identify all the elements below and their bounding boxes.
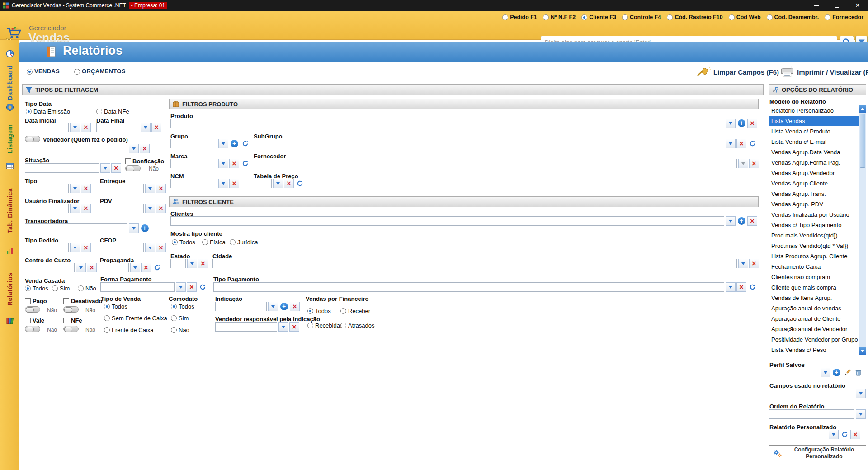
produto-add-button[interactable]: +	[736, 119, 746, 128]
vendedor-clear-button[interactable]: ×	[140, 144, 150, 153]
search-mode-0[interactable]: Pedido F1	[502, 14, 537, 20]
forma_pagamento-clear-button[interactable]: ×	[187, 282, 197, 292]
tipo_pagamento-input[interactable]	[213, 282, 724, 292]
situacao-input[interactable]	[25, 163, 99, 173]
tabela_preco-refresh-button[interactable]	[295, 179, 305, 188]
vale-checkbox[interactable]	[25, 318, 31, 323]
tipo-dropdown-button[interactable]	[70, 184, 80, 193]
sidebar-item-relatorios[interactable]: Relatórios	[0, 266, 19, 312]
report-model-item[interactable]: Apuração anual de Cliente	[769, 313, 859, 324]
nfe-toggle[interactable]	[63, 326, 79, 332]
financeiro-radio-1[interactable]	[340, 308, 346, 314]
centro_custo-input[interactable]	[25, 263, 75, 272]
estado-clear-button[interactable]: ×	[198, 259, 208, 268]
data_inicial-dropdown-button[interactable]	[70, 123, 80, 132]
report-model-item[interactable]: Vendas Agrup.Vendedor	[769, 168, 859, 178]
grupo-add-button[interactable]: +	[229, 139, 239, 148]
forma_pagamento-input[interactable]	[100, 282, 175, 292]
tipo_pagamento-clear-button[interactable]: ×	[736, 282, 746, 292]
sidebar-item-tab-dinamica[interactable]: Tab. Dinâmica	[0, 180, 19, 242]
search-mode-3[interactable]: Controle F4	[622, 14, 661, 20]
report-model-item[interactable]: Lista Vendas c/ Peso	[769, 345, 859, 355]
clientes-input[interactable]	[170, 216, 724, 226]
report-model-item[interactable]: Prod.mais Vendido(qtd * Val})	[769, 241, 859, 251]
cidade-dropdown-button[interactable]	[738, 259, 748, 268]
search-mode-6[interactable]: Cód. Desmembr.	[767, 14, 819, 20]
report-model-item[interactable]: Positividade Vendedor por Grupo	[769, 334, 859, 345]
page-mode-radio-1[interactable]	[74, 69, 80, 75]
data_inicial-input[interactable]	[25, 123, 69, 132]
search-mode-radio[interactable]	[622, 14, 628, 20]
printer-icon[interactable]	[780, 65, 794, 80]
ordem_relatorio-input[interactable]	[769, 409, 854, 419]
financeiro-radio-0[interactable]	[307, 308, 313, 314]
ncm-input[interactable]	[170, 179, 217, 188]
produto-dropdown-button[interactable]	[726, 119, 736, 128]
transportadora-input[interactable]	[25, 223, 127, 233]
entregue-input[interactable]	[100, 184, 144, 193]
indicacao-dropdown-button[interactable]	[268, 302, 278, 311]
report-model-item[interactable]: Vendas Agrup.Trans.	[769, 189, 859, 199]
tipo_cliente-radio-0[interactable]	[172, 239, 178, 245]
print-preview-button[interactable]: Imprimir / Visualizar (F5)	[797, 68, 868, 76]
close-button[interactable]: ×	[847, 0, 868, 11]
ncm-dropdown-button[interactable]	[218, 179, 228, 188]
desativado-toggle[interactable]	[63, 306, 79, 313]
search-mode-radio[interactable]	[543, 14, 549, 20]
perfil_salvos-input[interactable]	[769, 368, 819, 377]
tipo_pedido-dropdown-button[interactable]	[70, 243, 80, 252]
tipo_pagamento-dropdown-button[interactable]	[726, 282, 736, 292]
pago-checkbox[interactable]	[25, 298, 31, 304]
vendedor-input[interactable]	[25, 144, 127, 153]
centro_custo-dropdown-button[interactable]	[76, 263, 86, 272]
financeiro-radio-2[interactable]	[307, 323, 313, 328]
propaganda-dropdown-button[interactable]	[130, 263, 140, 272]
ordem_relatorio-dropdown-button[interactable]	[856, 409, 866, 419]
venda_casada-radio-2[interactable]	[78, 285, 84, 291]
indicacao-clear-button[interactable]: ×	[290, 302, 300, 311]
report-model-item[interactable]: Vendas de Itens Agrup.	[769, 293, 859, 303]
report-model-item[interactable]: Vendas Agrup.Cliente	[769, 178, 859, 189]
search-mode-radio[interactable]	[581, 14, 587, 20]
perfil_salvos-add-button[interactable]: +	[831, 368, 841, 377]
search-mode-2[interactable]: Cliente F3	[581, 14, 616, 20]
config-report-button[interactable]: Configuração Relatório Personalizado	[769, 445, 866, 461]
forma_pagamento-dropdown-button[interactable]	[176, 282, 186, 292]
tipo-clear-button[interactable]: ×	[81, 184, 91, 193]
propaganda-clear-button[interactable]: ×	[141, 263, 151, 272]
tabela_preco-input[interactable]	[254, 179, 272, 188]
search-mode-5[interactable]: Cód Web	[729, 14, 761, 20]
grupo-dropdown-button[interactable]	[218, 139, 228, 148]
dashboard-icon[interactable]	[5, 50, 14, 58]
page-mode-label-1[interactable]: ORÇAMENTOS	[82, 68, 126, 75]
clientes-clear-button[interactable]: ×	[747, 216, 757, 226]
report-model-item[interactable]: Lista Venda c/ E-mail	[769, 137, 859, 147]
tipo_pedido-clear-button[interactable]: ×	[81, 243, 91, 252]
cfop-dropdown-button[interactable]	[145, 243, 155, 252]
relatorio_personalizado-clear-button[interactable]: ×	[850, 430, 860, 439]
report-model-item[interactable]: Apuração anual de vendas	[769, 303, 859, 313]
perfil_salvos-dropdown-button[interactable]	[821, 368, 830, 377]
perfil_salvos-delete-button[interactable]	[853, 368, 863, 377]
page-mode-label-0[interactable]: VENDAS	[34, 68, 60, 75]
fornecedor-dropdown-button[interactable]	[738, 159, 748, 168]
tipo_pedido-input[interactable]	[25, 243, 69, 252]
tipo_cliente-radio-2[interactable]	[230, 239, 236, 245]
transportadora-add-button[interactable]: +	[140, 223, 150, 233]
marca-refresh-button[interactable]	[240, 159, 250, 168]
report-model-item[interactable]: Lista Produtos Agrup. Cliente	[769, 251, 859, 261]
sidebar-item-listagem[interactable]: Listagem	[0, 119, 19, 159]
scrollbar-thumb[interactable]	[860, 114, 865, 168]
produto-input[interactable]	[170, 119, 724, 128]
bonificacao-checkbox[interactable]	[125, 158, 131, 164]
search-mode-radio[interactable]	[767, 14, 773, 20]
produto-clear-button[interactable]: ×	[747, 119, 757, 128]
comodato-radio-0[interactable]	[171, 304, 177, 309]
subgrupo-clear-button[interactable]: ×	[736, 139, 746, 148]
search-mode-radio[interactable]	[729, 14, 735, 20]
subgrupo-input[interactable]	[254, 139, 724, 148]
report-model-item[interactable]: Clientes não compram	[769, 272, 859, 282]
indicacao-add-button[interactable]: +	[279, 302, 289, 311]
report-model-item[interactable]: Vendas Agrup. PDV	[769, 199, 859, 209]
perfil_salvos-edit-button[interactable]	[842, 368, 852, 377]
